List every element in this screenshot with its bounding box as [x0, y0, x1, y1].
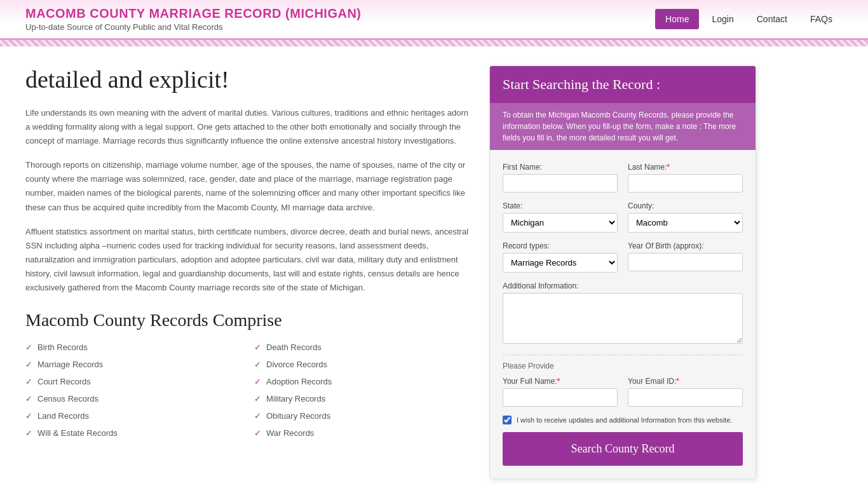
check-icon: ✓ [254, 360, 261, 369]
email-group: Your Email ID:* [628, 377, 743, 407]
header: MACOMB COUNTY MARRIAGE RECORD (MICHIGAN)… [0, 0, 868, 40]
name-row: First Name: Last Name:* [503, 163, 743, 193]
record-label: War Records [266, 428, 314, 438]
form-body: First Name: Last Name:* State: [490, 150, 756, 478]
paragraph-1: Life understands its own meaning with th… [25, 106, 470, 148]
check-icon: ✓ [254, 428, 261, 438]
list-item: ✓ Court Records [25, 375, 241, 388]
year-birth-input[interactable] [628, 253, 743, 271]
required-marker: * [557, 377, 560, 386]
record-type-select[interactable]: Marriage Records Birth Records Death Rec… [503, 253, 618, 273]
record-type-label: Record types: [503, 241, 618, 250]
record-label: Adoption Records [266, 377, 332, 386]
record-label: Obituary Records [266, 411, 330, 421]
site-title: MACOMB COUNTY MARRIAGE RECORD (MICHIGAN) [25, 6, 362, 21]
record-label: Military Records [266, 394, 325, 403]
main-heading: detailed and explicit! [25, 65, 470, 93]
county-select[interactable]: Macomb [628, 213, 743, 233]
list-item: ✓ Obituary Records [254, 409, 470, 423]
additional-group: Additional Information: [503, 281, 743, 346]
additional-label: Additional Information: [503, 281, 743, 290]
record-label: Death Records [266, 342, 322, 352]
check-icon: ✓ [254, 394, 261, 403]
year-birth-group: Year Of Birth (approx): [628, 241, 743, 273]
decorative-stripe [0, 40, 868, 46]
list-item: ✓ Birth Records [25, 341, 241, 354]
required-marker: * [676, 377, 679, 386]
list-item: ✓ Marriage Records [25, 358, 241, 371]
content-area: detailed and explicit! Life understands … [25, 65, 470, 479]
record-label: Land Records [37, 411, 89, 421]
please-provide-label: Please Provide [503, 355, 743, 370]
additional-textarea[interactable] [503, 293, 743, 344]
record-type-group: Record types: Marriage Records Birth Rec… [503, 241, 618, 273]
contact-row: Your Full Name:* Your Email ID:* [503, 377, 743, 407]
state-select[interactable]: Michigan [503, 213, 618, 233]
records-heading: Macomb County Records Comprise [25, 310, 470, 330]
list-item: ✓ War Records [254, 426, 470, 440]
list-item: ✓ Death Records [254, 341, 470, 354]
email-input[interactable] [628, 388, 743, 407]
county-group: County: Macomb [628, 201, 743, 233]
list-item: ✓ Land Records [25, 409, 241, 423]
form-description: To obtain the Michigan Macomb County Rec… [490, 103, 756, 150]
search-sidebar: Start Searching the Record : To obtain t… [489, 65, 756, 479]
email-label: Your Email ID:* [628, 377, 743, 386]
county-label: County: [628, 201, 743, 210]
header-branding: MACOMB COUNTY MARRIAGE RECORD (MICHIGAN)… [25, 6, 362, 32]
record-label: Census Records [37, 394, 98, 403]
last-name-label: Last Name:* [628, 163, 743, 172]
record-label: Will & Estate Records [37, 428, 118, 438]
last-name-group: Last Name:* [628, 163, 743, 193]
paragraph-2: Thorough reports on citizenship, marriag… [25, 158, 470, 214]
state-group: State: Michigan [503, 201, 618, 233]
check-icon: ✓ [25, 342, 32, 352]
paragraph-3: Affluent statistics assortment on marita… [25, 225, 470, 295]
check-icon: ✓ [25, 360, 32, 369]
main-nav: Home Login Contact FAQs [655, 9, 843, 29]
nav-faqs[interactable]: FAQs [800, 9, 843, 29]
state-label: State: [503, 201, 618, 210]
search-form-card: Start Searching the Record : To obtain t… [489, 65, 756, 479]
list-item: ✓ Divorce Records [254, 358, 470, 371]
check-icon: ✓ [254, 411, 261, 421]
full-name-input[interactable] [503, 388, 618, 407]
check-icon: ✓ [25, 428, 32, 438]
record-label: Divorce Records [266, 360, 327, 369]
newsletter-checkbox-row: I wish to receive updates and additional… [503, 416, 743, 424]
check-icon: ✓ [25, 411, 32, 421]
record-label: Marriage Records [37, 360, 103, 369]
search-county-record-button[interactable]: Search County Record [503, 432, 743, 466]
list-item: ✓ Will & Estate Records [25, 426, 241, 440]
record-label: Court Records [37, 377, 91, 386]
site-subtitle: Up-to-date Source of County Public and V… [25, 22, 362, 32]
check-icon: ✓ [254, 377, 261, 386]
newsletter-checkbox[interactable] [503, 416, 512, 424]
state-county-row: State: Michigan County: Macomb [503, 201, 743, 233]
list-item: ✓ Adoption Records [254, 375, 470, 388]
records-grid: ✓ Birth Records ✓ Death Records ✓ Marria… [25, 341, 470, 440]
main-content: detailed and explicit! Life understands … [0, 46, 868, 488]
full-name-group: Your Full Name:* [503, 377, 618, 407]
first-name-group: First Name: [503, 163, 618, 193]
nav-contact[interactable]: Contact [747, 9, 797, 29]
nav-login[interactable]: Login [702, 9, 743, 29]
list-item: ✓ Census Records [25, 392, 241, 405]
newsletter-label: I wish to receive updates and additional… [517, 416, 732, 424]
record-year-row: Record types: Marriage Records Birth Rec… [503, 241, 743, 273]
record-label: Birth Records [37, 342, 88, 352]
first-name-label: First Name: [503, 163, 618, 172]
required-marker: * [667, 163, 670, 172]
year-birth-label: Year Of Birth (approx): [628, 241, 743, 250]
check-icon: ✓ [25, 394, 32, 403]
first-name-input[interactable] [503, 174, 618, 193]
list-item: ✓ Military Records [254, 392, 470, 405]
nav-home[interactable]: Home [655, 9, 699, 29]
check-icon: ✓ [254, 342, 261, 352]
check-icon: ✓ [25, 377, 32, 386]
last-name-input[interactable] [628, 174, 743, 193]
full-name-label: Your Full Name:* [503, 377, 618, 386]
form-header: Start Searching the Record : [490, 66, 756, 103]
